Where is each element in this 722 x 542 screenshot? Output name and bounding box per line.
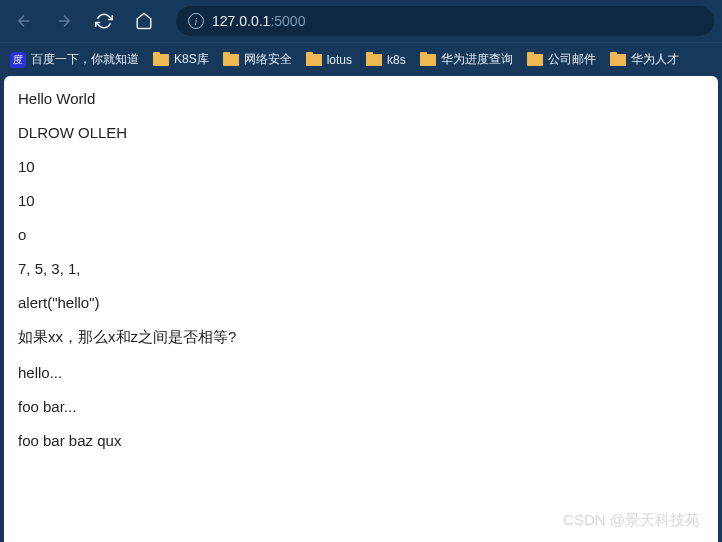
bookmark-label: lotus (327, 53, 352, 67)
bookmark-folder-security[interactable]: 网络安全 (223, 51, 292, 68)
content-line: alert("hello") (18, 294, 704, 311)
folder-icon (610, 54, 626, 66)
folder-icon (420, 54, 436, 66)
bookmark-label: 网络安全 (244, 51, 292, 68)
folder-icon (366, 54, 382, 66)
bookmark-folder-lotus[interactable]: lotus (306, 53, 352, 67)
info-icon: i (188, 13, 204, 29)
content-line: hello... (18, 364, 704, 381)
content-line: 如果xx，那么x和z之间是否相等? (18, 328, 704, 347)
folder-icon (527, 54, 543, 66)
bookmark-label: K8S库 (174, 51, 209, 68)
folder-icon (306, 54, 322, 66)
bookmark-label: 华为人才 (631, 51, 679, 68)
content-line: foo bar baz qux (18, 432, 704, 449)
url-host: 127.0.0.1 (212, 13, 270, 29)
folder-icon (153, 54, 169, 66)
page-content: Hello World DLROW OLLEH 10 10 o 7, 5, 3,… (4, 76, 718, 542)
content-line: 7, 5, 3, 1, (18, 260, 704, 277)
home-button[interactable] (128, 5, 160, 37)
bookmark-bar: 度 百度一下，你就知道 K8S库 网络安全 lotus k8s 华为进度查询 公… (0, 42, 722, 76)
bookmark-folder-k8slib[interactable]: K8S库 (153, 51, 209, 68)
bookmark-folder-company-mail[interactable]: 公司邮件 (527, 51, 596, 68)
bookmark-label: 公司邮件 (548, 51, 596, 68)
bookmark-label: 华为进度查询 (441, 51, 513, 68)
content-line: 10 (18, 192, 704, 209)
refresh-button[interactable] (88, 5, 120, 37)
bookmark-label: 百度一下，你就知道 (31, 51, 139, 68)
browser-navbar: i 127.0.0.1:5000 (0, 0, 722, 42)
forward-button[interactable] (48, 5, 80, 37)
bookmark-folder-k8s[interactable]: k8s (366, 53, 406, 67)
url-port: :5000 (270, 13, 305, 29)
bookmark-label: k8s (387, 53, 406, 67)
content-line: DLROW OLLEH (18, 124, 704, 141)
bookmark-baidu[interactable]: 度 百度一下，你就知道 (10, 51, 139, 68)
content-line: Hello World (18, 90, 704, 107)
folder-icon (223, 54, 239, 66)
address-bar[interactable]: i 127.0.0.1:5000 (176, 6, 714, 36)
baidu-icon: 度 (10, 52, 26, 68)
bookmark-folder-huawei-talent[interactable]: 华为人才 (610, 51, 679, 68)
url-text: 127.0.0.1:5000 (212, 12, 305, 30)
content-line: 10 (18, 158, 704, 175)
back-button[interactable] (8, 5, 40, 37)
content-line: o (18, 226, 704, 243)
watermark: CSDN @景天科技苑 (563, 511, 700, 530)
bookmark-folder-huawei-progress[interactable]: 华为进度查询 (420, 51, 513, 68)
content-line: foo bar... (18, 398, 704, 415)
